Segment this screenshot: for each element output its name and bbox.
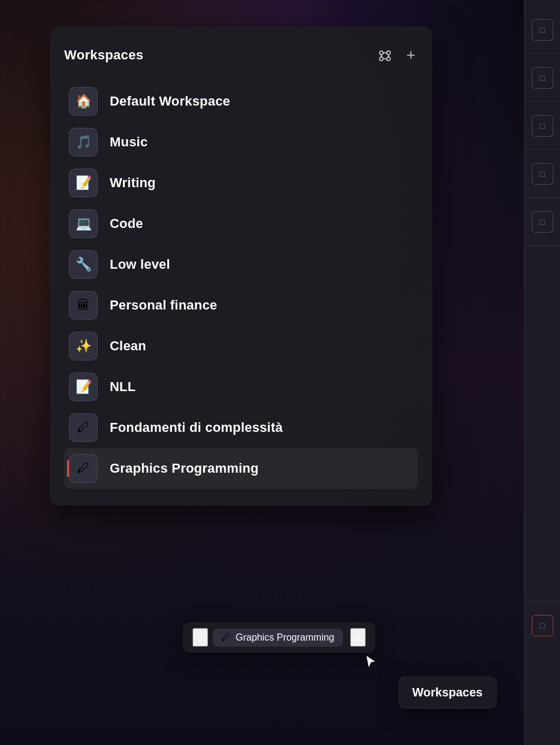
- active-workspace-icon: 🖊: [221, 632, 231, 643]
- workspace-item-music[interactable]: 🎵Music: [64, 122, 418, 163]
- panel-header-icons: +: [375, 43, 418, 67]
- sidebar-icon-3[interactable]: □: [525, 102, 560, 150]
- svg-point-3: [387, 57, 390, 61]
- workspace-icon-code: 💻: [69, 209, 98, 238]
- svg-point-2: [380, 57, 383, 61]
- workspace-icon-default: 🏠: [69, 87, 98, 116]
- settings-button[interactable]: [192, 628, 208, 647]
- sidebar-icon-1[interactable]: □: [525, 6, 560, 54]
- workspace-label-writing: Writing: [110, 175, 156, 191]
- workspace-label-nll: NLL: [110, 379, 136, 395]
- svg-point-1: [387, 51, 390, 55]
- workspace-label-code: Code: [110, 216, 143, 232]
- sidebar-icon-box-bottom: □: [532, 615, 553, 636]
- sidebar-icon-box-2: □: [532, 67, 553, 89]
- active-workspace-indicator[interactable]: 🖊 Graphics Programming: [213, 629, 343, 647]
- workspaces-panel: Workspaces + 🏠Default Workspace🎵Music📝Wr…: [50, 26, 432, 506]
- panel-header: Workspaces +: [64, 43, 418, 67]
- workspace-icon-finance: 🏛: [69, 291, 98, 320]
- sidebar-icon-box-4: □: [532, 163, 553, 185]
- workspace-icon-writing: 📝: [69, 169, 98, 197]
- tooltip-label: Workspaces: [413, 686, 483, 699]
- sidebar-icon-box-1: □: [532, 19, 553, 41]
- workspace-item-lowlevel[interactable]: 🔧Low level: [64, 244, 418, 285]
- bottom-bar: 🖊 Graphics Programming: [183, 622, 375, 653]
- workspace-icon-fondamenti: 🖊: [69, 413, 98, 442]
- workspace-label-finance: Personal finance: [110, 298, 217, 313]
- workspace-label-fondamenti: Fondamenti di complessità: [110, 420, 283, 435]
- workspace-label-clean: Clean: [110, 338, 146, 354]
- sidebar-icon-box-3: □: [532, 115, 553, 137]
- workspace-icon-music: 🎵: [69, 128, 98, 157]
- workspace-icon-graphics: 🖊: [69, 454, 98, 483]
- sidebar-icon-4[interactable]: □: [525, 150, 560, 198]
- download-button[interactable]: [350, 628, 366, 647]
- workspaces-tooltip: Workspaces: [398, 676, 497, 709]
- svg-point-8: [198, 634, 202, 638]
- workspace-item-clean[interactable]: ✨Clean: [64, 326, 418, 367]
- layout-icon-button[interactable]: [375, 47, 395, 64]
- layout-icon: [378, 49, 392, 61]
- workspace-label-graphics: Graphics Programming: [110, 461, 259, 476]
- svg-point-0: [380, 51, 383, 55]
- right-sidebar: □ □ □ □ □ □: [524, 0, 560, 745]
- workspace-item-default[interactable]: 🏠Default Workspace: [64, 81, 418, 122]
- workspace-icon-nll: 📝: [69, 372, 98, 401]
- workspace-icon-clean: ✨: [69, 332, 98, 361]
- sidebar-icon-box-5: □: [532, 211, 553, 233]
- sidebar-icon-5[interactable]: □: [525, 198, 560, 246]
- workspace-item-code[interactable]: 💻Code: [64, 203, 418, 244]
- sidebar-icon-bottom[interactable]: □: [525, 601, 560, 649]
- workspace-item-writing[interactable]: 📝Writing: [64, 163, 418, 203]
- add-workspace-button[interactable]: +: [404, 43, 418, 67]
- workspace-label-music: Music: [110, 134, 147, 150]
- workspace-item-nll[interactable]: 📝NLL: [64, 367, 418, 407]
- workspace-list: 🏠Default Workspace🎵Music📝Writing💻Code🔧Lo…: [64, 81, 418, 489]
- workspace-label-default: Default Workspace: [110, 94, 230, 109]
- active-workspace-label: Graphics Programming: [236, 632, 335, 643]
- panel-title: Workspaces: [64, 47, 143, 63]
- workspace-item-finance[interactable]: 🏛Personal finance: [64, 285, 418, 326]
- workspace-label-lowlevel: Low level: [110, 257, 170, 272]
- workspace-item-fondamenti[interactable]: 🖊Fondamenti di complessità: [64, 407, 418, 448]
- sidebar-icon-2[interactable]: □: [525, 54, 560, 102]
- workspace-icon-lowlevel: 🔧: [69, 250, 98, 279]
- workspace-item-graphics[interactable]: 🖊Graphics Programming: [64, 448, 418, 489]
